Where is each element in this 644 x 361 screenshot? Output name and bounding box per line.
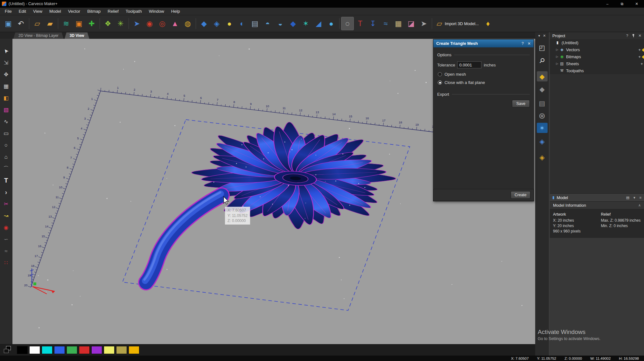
sculpting-button[interactable]: ✶	[299, 17, 312, 30]
menu-file[interactable]: File	[1, 8, 15, 15]
relief-layers-blue-button[interactable]: ◈	[537, 136, 548, 146]
swatch-green[interactable]	[66, 346, 77, 354]
arc-tool[interactable]: ⌒	[1, 164, 11, 173]
import-file-button[interactable]: ▰	[44, 17, 56, 30]
reminder-button[interactable]: ♦	[482, 17, 494, 30]
select-tool[interactable]: ➤	[1, 46, 11, 55]
rectangle-tool[interactable]: ▭	[1, 129, 11, 138]
tree-item-untitled[interactable]: ▮ (Untitled)	[550, 39, 644, 46]
add-relief-button[interactable]: ✚	[85, 17, 98, 30]
relief-layer-gold-button[interactable]: ◆	[537, 71, 548, 81]
maximize-button[interactable]: ⧉	[615, 0, 629, 8]
model-copy-icon[interactable]: ▤	[626, 196, 629, 200]
menu-vector[interactable]: Vector	[65, 8, 84, 15]
close-button[interactable]: ✕	[629, 0, 644, 8]
dialog-titlebar[interactable]: Create Triangle Mesh ? ✕	[433, 39, 534, 47]
model-dropdown-icon[interactable]: ▾	[634, 196, 635, 200]
lattice-button[interactable]: ▦	[392, 17, 405, 30]
model-information-header[interactable]: Model Information ∧	[550, 202, 644, 209]
tree-item-vectors[interactable]: ▷ ◈ Vectors + ◆	[550, 46, 644, 53]
extrude-button[interactable]: ➤	[130, 17, 143, 30]
polygon-tool[interactable]: ⌂	[1, 152, 11, 161]
menu-view[interactable]: View	[30, 8, 46, 15]
flip-relief-button[interactable]: ◐	[236, 17, 248, 30]
text-tool-button[interactable]: T	[354, 17, 367, 30]
swatch-cyan[interactable]	[42, 346, 52, 354]
run-button[interactable]: ➤	[417, 17, 430, 30]
offset-tool[interactable]: ∽	[1, 235, 11, 244]
preview-disc-button[interactable]: ◎	[537, 110, 548, 120]
tree-item-bitmaps[interactable]: ▷ ◉ Bitmaps + ◆	[550, 53, 644, 60]
mirror-tool[interactable]: ◧	[1, 94, 11, 102]
model-menu-icon[interactable]: ≡	[640, 196, 641, 199]
collapse-chevron-icon[interactable]: ∧	[638, 203, 641, 207]
tree-expander-icon[interactable]: ▷	[555, 55, 559, 58]
radio-close-flat-plane[interactable]: Close with a flat plane	[437, 80, 530, 85]
transform-tool[interactable]: ⇲	[1, 58, 11, 67]
primary-secondary-color-icon[interactable]	[3, 346, 13, 355]
tree-expander-icon[interactable]: ▷	[555, 48, 559, 51]
radio-open-mesh[interactable]: Open mesh	[437, 72, 530, 77]
save-button[interactable]: ▣	[2, 17, 15, 30]
dock-close-icon[interactable]: ✕	[543, 34, 546, 38]
greyscale-from-model-button[interactable]: ≋	[60, 17, 73, 30]
swatch-black[interactable]	[17, 346, 28, 354]
texture-relief-button[interactable]: ◆	[287, 17, 299, 30]
menu-relief[interactable]: Relief	[104, 8, 122, 15]
grid-snap-tool[interactable]: ▦	[1, 82, 11, 91]
tab-3d-view[interactable]: 3D View	[65, 32, 89, 39]
dock-collapse-icon[interactable]: ▾	[538, 34, 540, 38]
droplet-relief-button[interactable]: ●	[325, 17, 338, 30]
set-model-size-button[interactable]: ▣	[73, 17, 85, 30]
dialog-help-icon[interactable]: ?	[522, 41, 524, 46]
swatch-yellow[interactable]	[104, 346, 115, 354]
save-button[interactable]: Save	[512, 100, 530, 108]
polyline-tool[interactable]: ∿	[1, 117, 11, 126]
model-panel-header[interactable]: ▮ Model ▤ ▾ ≡	[550, 193, 644, 202]
measure-tool[interactable]: ↝	[1, 211, 11, 220]
tree-item-toolpaths[interactable]: ⚒ Toolpaths	[550, 67, 644, 74]
create-triangle-mesh-button[interactable]: ◌	[341, 17, 354, 30]
project-close-icon[interactable]: ✕	[638, 33, 641, 38]
offset-relief-button[interactable]: ▤	[248, 17, 261, 30]
open-model-button[interactable]: ▱	[31, 17, 44, 30]
relief-layer-gray-button[interactable]: ◆	[537, 84, 548, 94]
cone-button[interactable]: ▲	[169, 17, 181, 30]
menu-window[interactable]: Window	[145, 8, 168, 15]
polyline-arrow-tool[interactable]: ›	[1, 188, 11, 197]
menu-toolpath[interactable]: Toolpath	[122, 8, 145, 15]
dome-button[interactable]: ●	[223, 17, 236, 30]
angle-relief-button[interactable]: ◢	[312, 17, 325, 30]
spin-button[interactable]: ◉	[143, 17, 156, 30]
relief-star-button[interactable]: ✶	[537, 123, 548, 133]
project-pin-icon[interactable]	[631, 34, 635, 38]
tree-add-icon[interactable]: +	[640, 61, 644, 66]
tree-item-sheets[interactable]: ▷ ▤ Sheets +	[550, 60, 644, 67]
tree-add-icon[interactable]: +	[637, 54, 642, 59]
flower-relief-model[interactable]	[187, 115, 400, 236]
zoom-object-button[interactable]: ⚲	[537, 55, 548, 66]
smooth-relief-button[interactable]: ◓	[261, 17, 274, 30]
tree-expander-icon[interactable]: ▷	[555, 62, 559, 65]
weave-button[interactable]: ◍	[181, 17, 194, 30]
menu-help[interactable]: Help	[168, 8, 184, 15]
trim-tool[interactable]: ✂	[1, 199, 11, 208]
invert-relief-button[interactable]: ◒	[274, 17, 287, 30]
two-rail-sweep-button[interactable]: ◆	[198, 17, 210, 30]
swatch-blue[interactable]	[54, 346, 65, 354]
menu-bitmap[interactable]: Bitmap	[84, 8, 104, 15]
title-bar[interactable]: (Untitled) - Carveco Maker+ – ⧉ ✕	[0, 0, 644, 8]
blend-tool[interactable]: ≈	[1, 246, 11, 255]
tree-add-icon[interactable]: +	[637, 47, 642, 52]
menu-model[interactable]: Model	[46, 8, 65, 15]
ellipse-tool[interactable]: ○	[1, 141, 11, 149]
relief-copy-button[interactable]: ▤	[537, 98, 548, 108]
slice-relief-button[interactable]: ◪	[405, 17, 417, 30]
smooth-nodes-button[interactable]: ✳	[114, 17, 127, 30]
swatch-gold[interactable]	[129, 346, 139, 354]
export-relief-button[interactable]: ↧	[367, 17, 379, 30]
project-help-icon[interactable]: ?	[626, 34, 628, 38]
swatch-red[interactable]	[79, 346, 90, 354]
dialog-close-icon[interactable]: ✕	[528, 41, 531, 46]
spray-tool[interactable]: ∷	[1, 258, 11, 267]
